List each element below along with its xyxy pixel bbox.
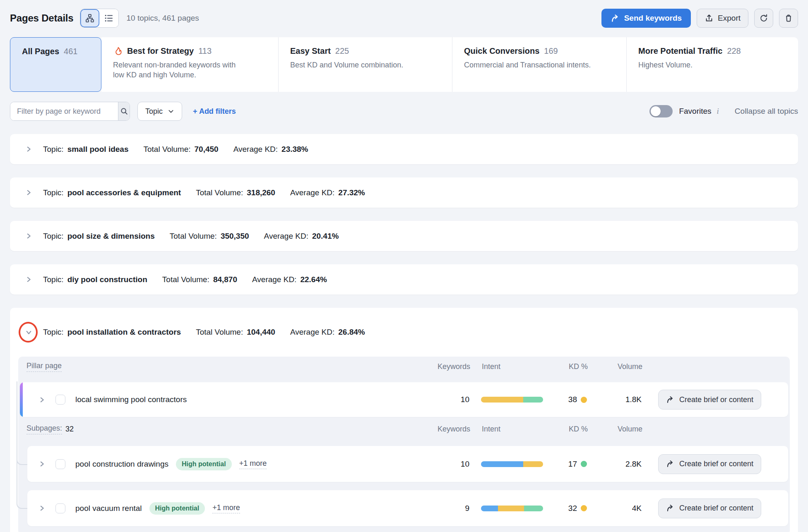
subpage-row-pool-construction-drawings[interactable]: pool construction drawings High potentia… bbox=[27, 446, 788, 482]
volume-header: Volume bbox=[603, 362, 642, 371]
send-keywords-label: Send keywords bbox=[624, 14, 682, 23]
search-button[interactable] bbox=[118, 102, 130, 120]
high-potential-badge: High potential bbox=[176, 458, 232, 470]
tab-best-for-strategy[interactable]: Best for Strategy 113 Relevant non-brand… bbox=[101, 37, 278, 92]
tab-count: 169 bbox=[544, 46, 558, 56]
pages-tabs: All Pages 461 Best for Strategy 113 Rele… bbox=[10, 37, 798, 92]
topic-summary: Topic: diy pool construction Total Volum… bbox=[43, 275, 327, 284]
row-checkbox[interactable] bbox=[55, 395, 65, 405]
topic-pages-table: Pillar page Keywords Intent KD % Volume bbox=[18, 357, 790, 532]
intent-bar bbox=[481, 397, 543, 403]
intent-bar bbox=[481, 461, 543, 467]
tab-description: Relevant non-branded keywords with low K… bbox=[113, 60, 245, 80]
tab-all-pages[interactable]: All Pages 461 bbox=[10, 37, 101, 92]
create-brief-button[interactable]: Create brief or content bbox=[658, 454, 761, 474]
kd-header: KD % bbox=[551, 425, 588, 434]
tree-connector-line bbox=[17, 381, 17, 494]
intent-header: Intent bbox=[482, 425, 548, 434]
topic-prefix: Topic: bbox=[43, 145, 64, 154]
subpage-row-pool-vacuum-rental[interactable]: pool vacuum rental High potential +1 mor… bbox=[27, 490, 788, 526]
more-badges-link[interactable]: +1 more bbox=[212, 503, 240, 513]
total-volume-value: 84,870 bbox=[213, 275, 237, 284]
keywords-count: 9 bbox=[428, 504, 469, 513]
average-kd-value: 26.84% bbox=[338, 328, 365, 337]
pillar-page-row[interactable]: local swimming pool contractors 10 38 bbox=[20, 382, 788, 417]
kd-difficulty-dot bbox=[581, 397, 587, 403]
tab-description: Highest Volume. bbox=[638, 60, 775, 70]
pages-details-panel: Pages Details bbox=[0, 0, 808, 532]
chevron-right-icon[interactable] bbox=[37, 504, 46, 513]
tab-easy-start[interactable]: Easy Start 225 Best KD and Volume combin… bbox=[278, 37, 452, 92]
chevron-down-icon[interactable] bbox=[24, 328, 33, 337]
topics-pages-summary: 10 topics, 461 pages bbox=[126, 14, 199, 23]
topic-prefix: Topic: bbox=[43, 232, 64, 241]
chevron-right-icon[interactable] bbox=[24, 232, 33, 241]
share-arrow-icon bbox=[666, 395, 675, 404]
keywords-header: Keywords bbox=[429, 362, 470, 371]
total-volume-value: 70,450 bbox=[195, 145, 219, 154]
keywords-count: 10 bbox=[428, 460, 469, 469]
topic-row-diy-pool-construction[interactable]: Topic: diy pool construction Total Volum… bbox=[10, 264, 798, 295]
topic-name: pool installation & contractors bbox=[67, 328, 181, 337]
total-volume-value: 104,440 bbox=[247, 328, 275, 337]
create-brief-label: Create brief or content bbox=[679, 460, 753, 468]
topic-summary: Topic: small pool ideas Total Volume: 70… bbox=[43, 145, 308, 154]
volume-value: 2.8K bbox=[602, 460, 642, 469]
chevron-right-icon[interactable] bbox=[37, 395, 46, 404]
share-arrow-icon bbox=[666, 460, 675, 468]
kd-difficulty-dot bbox=[581, 461, 587, 467]
topic-prefix: Topic: bbox=[43, 275, 64, 284]
subpages-header: Subpages: bbox=[26, 424, 62, 434]
row-checkbox[interactable] bbox=[55, 459, 65, 469]
intent-header: Intent bbox=[482, 362, 548, 371]
expanded-topic-header[interactable]: Topic: pool installation & contractors T… bbox=[10, 308, 798, 357]
chevron-right-icon[interactable] bbox=[24, 275, 33, 284]
pillar-page-header: Pillar page bbox=[26, 362, 62, 372]
filter-bar: Topic + Add filters Favorites i Collapse… bbox=[10, 102, 798, 121]
send-keywords-button[interactable]: Send keywords bbox=[601, 9, 691, 28]
tab-label: Easy Start bbox=[290, 46, 331, 56]
tab-count: 228 bbox=[727, 46, 741, 56]
tab-quick-conversions[interactable]: Quick Conversions 169 Commercial and Tra… bbox=[452, 37, 626, 92]
topic-name: pool accessories & equipment bbox=[67, 188, 181, 197]
add-filters-link[interactable]: + Add filters bbox=[193, 107, 236, 116]
refresh-button[interactable] bbox=[754, 9, 773, 28]
tab-label: Best for Strategy bbox=[127, 46, 194, 56]
create-brief-button[interactable]: Create brief or content bbox=[658, 498, 761, 518]
favorites-toggle[interactable] bbox=[649, 105, 673, 117]
collapse-all-topics-link[interactable]: Collapse all topics bbox=[735, 107, 798, 116]
row-checkbox[interactable] bbox=[55, 503, 65, 513]
pillar-accent-bar bbox=[20, 382, 23, 417]
topic-row-pool-accessories[interactable]: Topic: pool accessories & equipment Tota… bbox=[10, 177, 798, 208]
average-kd-label: Average KD: bbox=[233, 145, 278, 154]
topic-prefix: Topic: bbox=[43, 328, 64, 337]
total-volume-value: 350,350 bbox=[221, 232, 249, 241]
search-input[interactable] bbox=[10, 102, 118, 120]
topic-row-small-pool-ideas[interactable]: Topic: small pool ideas Total Volume: 70… bbox=[10, 134, 798, 164]
pillar-header-row: Pillar page Keywords Intent KD % Volume bbox=[19, 357, 789, 376]
topic-map-view-button[interactable] bbox=[80, 9, 99, 27]
volume-header: Volume bbox=[603, 425, 642, 434]
chevron-right-icon[interactable] bbox=[24, 188, 33, 197]
search-filter bbox=[10, 102, 130, 121]
export-button[interactable]: Export bbox=[697, 9, 748, 28]
chevron-right-icon[interactable] bbox=[37, 460, 46, 469]
tab-more-potential-traffic[interactable]: More Potential Traffic 228 Highest Volum… bbox=[626, 37, 798, 92]
page-name: local swimming pool contractors bbox=[75, 395, 187, 404]
delete-button[interactable] bbox=[779, 9, 798, 28]
topic-row-pool-size[interactable]: Topic: pool size & dimensions Total Volu… bbox=[10, 221, 798, 251]
kd-difficulty-dot bbox=[581, 505, 587, 511]
flame-icon bbox=[113, 46, 123, 56]
topic-name: pool size & dimensions bbox=[67, 232, 155, 241]
share-arrow-icon bbox=[611, 14, 620, 23]
keywords-count: 10 bbox=[428, 395, 469, 404]
chevron-right-icon[interactable] bbox=[24, 145, 33, 154]
list-view-button[interactable] bbox=[99, 9, 118, 27]
create-brief-button[interactable]: Create brief or content bbox=[658, 390, 761, 410]
topic-filter-dropdown[interactable]: Topic bbox=[137, 102, 182, 121]
page-title: Pages Details bbox=[10, 12, 73, 24]
tab-count: 461 bbox=[64, 47, 77, 56]
kd-value: 32 bbox=[568, 504, 577, 513]
info-icon[interactable]: i bbox=[717, 107, 719, 116]
more-badges-link[interactable]: +1 more bbox=[239, 459, 267, 469]
